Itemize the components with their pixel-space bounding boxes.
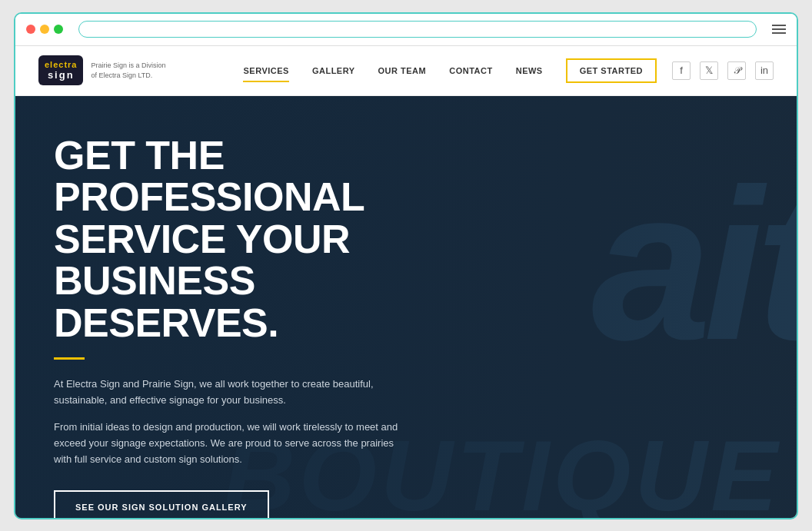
minimize-button[interactable] — [40, 25, 49, 34]
close-button[interactable] — [26, 25, 35, 34]
nav-services[interactable]: SERVICES — [243, 62, 288, 79]
nav-news[interactable]: NEWS — [516, 62, 543, 79]
address-bar[interactable] — [78, 21, 757, 38]
logo-electra: electra — [45, 60, 77, 69]
hero-title: GET THE PROFESSIONAL SERVICE YOUR BUSINE… — [54, 134, 438, 344]
logo-tagline: Prairie Sign is a Division of Electra Si… — [91, 61, 165, 80]
hero-paragraph-1: At Electra Sign and Prairie Sign, we all… — [54, 377, 408, 409]
linkedin-icon[interactable]: in — [755, 61, 774, 80]
hero-section: ait BOUTIQUE GET THE PROFESSIONAL SERVIC… — [15, 96, 797, 518]
nav-gallery[interactable]: GALLERY — [312, 62, 355, 79]
logo-sign: sign — [48, 69, 75, 81]
site-nav: SERVICES GALLERY OUR TEAM CONTACT NEWS G… — [243, 58, 657, 83]
traffic-lights — [26, 25, 63, 34]
nav-contact[interactable]: CONTACT — [449, 62, 492, 79]
site-header: electra sign Prairie Sign is a Division … — [15, 46, 797, 96]
website: electra sign Prairie Sign is a Division … — [15, 46, 797, 518]
browser-menu-button[interactable] — [772, 25, 786, 34]
nav-our-team[interactable]: OUR TEAM — [378, 62, 427, 79]
get-started-button[interactable]: GET STARTED — [566, 58, 657, 83]
logo-area: electra sign Prairie Sign is a Division … — [38, 55, 166, 85]
maximize-button[interactable] — [54, 25, 63, 34]
twitter-icon[interactable]: 𝕏 — [700, 61, 718, 80]
social-icons: f 𝕏 𝒫 in — [672, 61, 774, 80]
browser-window: electra sign Prairie Sign is a Division … — [14, 12, 798, 519]
hero-cta-button[interactable]: SEE OUR SIGN SOLUTION GALLERY — [54, 490, 269, 517]
logo-badge[interactable]: electra sign — [38, 55, 83, 85]
hero-content: GET THE PROFESSIONAL SERVICE YOUR BUSINE… — [15, 96, 477, 518]
hero-paragraph-2: From initial ideas to design and product… — [54, 420, 408, 467]
hero-divider — [54, 357, 85, 360]
browser-chrome — [15, 14, 797, 46]
facebook-icon[interactable]: f — [672, 61, 691, 80]
pinterest-icon[interactable]: 𝒫 — [727, 61, 746, 80]
